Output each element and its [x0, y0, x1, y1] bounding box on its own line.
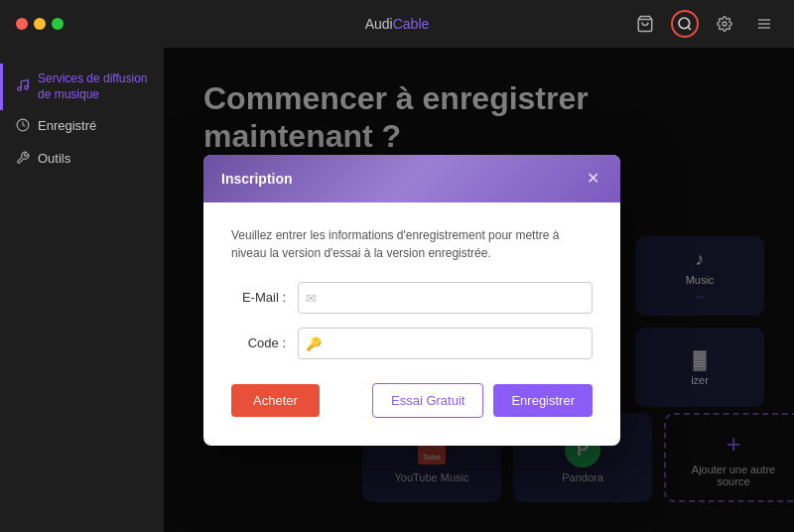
menu-button[interactable] [750, 10, 778, 38]
cart-button[interactable] [631, 10, 659, 38]
trial-button[interactable]: Essai Gratuit [372, 383, 483, 418]
tools-icon [16, 151, 30, 168]
dialog-actions: Acheter Essai Gratuit Enregistrer [231, 383, 593, 418]
registration-dialog: Inscription ✕ Veuillez entrer les inform… [203, 155, 620, 446]
dialog-title: Inscription [221, 171, 293, 187]
settings-button[interactable] [711, 10, 738, 38]
close-icon: ✕ [587, 169, 599, 188]
title-audi: Audi [365, 16, 393, 32]
dialog-body: Veuillez entrer les informations d'enreg… [203, 202, 620, 446]
btn-right-group: Essai Gratuit Enregistrer [372, 383, 593, 418]
code-label: Code : [231, 335, 286, 350]
traffic-lights [16, 18, 64, 30]
svg-point-1 [679, 18, 690, 29]
svg-point-7 [25, 86, 29, 90]
sidebar: Services de diffusionde musique Enregist… [0, 48, 164, 532]
email-icon: ✉ [306, 290, 317, 305]
buy-button[interactable]: Acheter [231, 384, 320, 417]
svg-point-2 [723, 22, 727, 26]
overlay: Inscription ✕ Veuillez entrer les inform… [164, 48, 794, 532]
clock-icon [16, 118, 30, 135]
dialog-header: Inscription ✕ [203, 155, 620, 202]
title-cable: Cable [393, 16, 430, 32]
email-input[interactable] [298, 282, 593, 314]
dialog-description: Veuillez entrer les informations d'enreg… [231, 226, 593, 262]
content-area: Commencer à enregistrermaintenant ? ♪ Mu… [164, 48, 794, 532]
titlebar-right [631, 10, 778, 38]
sidebar-recorded-label: Enregistré [38, 118, 96, 135]
main-layout: Services de diffusionde musique Enregist… [0, 48, 794, 532]
email-field-group: E-Mail : ✉ [231, 282, 593, 314]
lock-icon: 🔑 [306, 335, 322, 350]
svg-point-6 [18, 87, 22, 91]
code-input[interactable] [298, 328, 593, 359]
code-field-group: Code : 🔑 [231, 328, 593, 359]
maximize-button[interactable] [52, 18, 64, 30]
titlebar: AudiCable [0, 0, 794, 48]
music-icon [16, 78, 30, 95]
sidebar-item-recorded[interactable]: Enregistré [0, 110, 164, 143]
app-title: AudiCable [365, 16, 430, 32]
minimize-button[interactable] [34, 18, 46, 30]
sidebar-streaming-label: Services de diffusionde musique [38, 71, 148, 102]
titlebar-left [16, 18, 64, 30]
close-button[interactable] [16, 18, 28, 30]
sidebar-item-streaming[interactable]: Services de diffusionde musique [0, 64, 164, 110]
sidebar-item-tools[interactable]: Outils [0, 143, 164, 176]
search-button[interactable] [671, 10, 699, 38]
register-button[interactable]: Enregistrer [493, 384, 593, 417]
dialog-close-button[interactable]: ✕ [583, 169, 602, 189]
email-label: E-Mail : [231, 290, 286, 305]
sidebar-tools-label: Outils [38, 151, 70, 168]
